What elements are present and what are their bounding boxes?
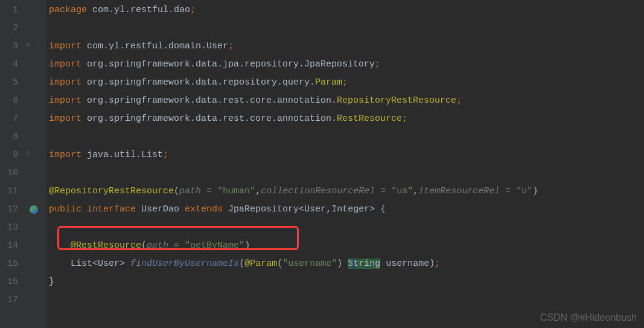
line-number: 11: [5, 182, 18, 201]
code-line[interactable]: import java.util.List;: [49, 146, 644, 164]
line-number: 10: [5, 164, 18, 182]
line-number: 5: [5, 74, 18, 92]
line-number: 9: [5, 146, 18, 164]
code-line[interactable]: List<User> findUserByUsernameIs(@Param("…: [49, 255, 644, 273]
watermark-text: CSDN @#Hideonbush: [540, 312, 637, 323]
code-line[interactable]: [49, 291, 644, 309]
line-number: 3: [5, 37, 18, 56]
code-line[interactable]: [49, 164, 644, 182]
code-line[interactable]: [49, 19, 644, 37]
line-number: 8: [5, 128, 18, 146]
code-line[interactable]: @RepositoryRestResource(path = "human",c…: [49, 182, 644, 201]
line-number: 16: [5, 273, 18, 291]
code-line[interactable]: import org.springframework.data.jpa.repo…: [49, 56, 644, 74]
class-gutter-icon[interactable]: [30, 205, 38, 214]
fold-marker-icon[interactable]: ⊟: [27, 41, 30, 48]
gutter-markers: ⊟ ⊟: [25, 0, 46, 328]
line-number: 2: [5, 19, 18, 37]
line-number-gutter: 1 2 3 4 5 6 7 8 9 10 11 12 13 14 15 16 1…: [0, 0, 25, 328]
fold-marker-icon[interactable]: ⊟: [27, 150, 30, 157]
code-line[interactable]: [49, 128, 644, 146]
line-number: 14: [5, 237, 18, 255]
code-line[interactable]: package com.yl.restful.dao;: [49, 1, 644, 19]
code-line[interactable]: @RestResource(path = "getByName"): [49, 237, 644, 255]
code-line[interactable]: import com.yl.restful.domain.User;: [49, 37, 644, 56]
code-line[interactable]: import org.springframework.data.rest.cor…: [49, 110, 644, 128]
line-number: 6: [5, 92, 18, 110]
code-line[interactable]: public interface UserDao extends JpaRepo…: [49, 201, 644, 219]
line-number: 13: [5, 219, 18, 237]
code-line[interactable]: import org.springframework.data.reposito…: [49, 74, 644, 92]
line-number: 12: [5, 201, 18, 219]
code-line[interactable]: [49, 219, 644, 237]
code-line[interactable]: import org.springframework.data.rest.cor…: [49, 92, 644, 110]
code-area[interactable]: package com.yl.restful.dao; import com.y…: [46, 0, 644, 328]
line-number: 1: [5, 1, 18, 19]
selected-word: String: [348, 259, 380, 269]
line-number: 17: [5, 291, 18, 309]
code-line[interactable]: }: [49, 273, 644, 291]
code-editor[interactable]: 1 2 3 4 5 6 7 8 9 10 11 12 13 14 15 16 1…: [0, 0, 644, 328]
line-number: 7: [5, 110, 18, 128]
line-number: 4: [5, 56, 18, 74]
line-number: 15: [5, 255, 18, 273]
